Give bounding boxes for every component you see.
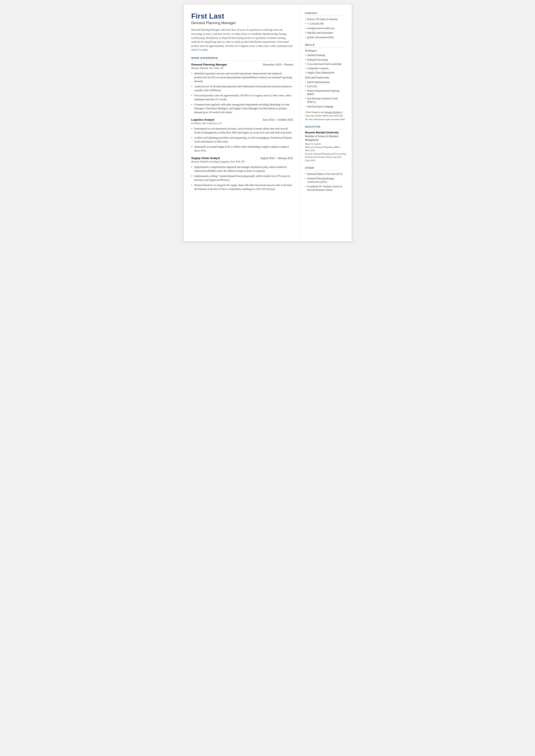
resume-page: First Last Demand Planning Manager Deman…: [183, 4, 352, 241]
resume-worded-link[interactable]: Resume Worded: [324, 111, 340, 113]
other-item-0: Demand Planner of the Year (2015): [305, 172, 347, 176]
skills-header: SKILLS: [305, 44, 347, 47]
job-company-1: Resume Worded, New York, NY: [191, 67, 293, 70]
tool-2: Material Requirements Planning (MRP): [305, 89, 347, 96]
job-dates-3: August 2010 – January 2013: [260, 157, 293, 160]
work-experience-section: WORK EXPERIENCE Demand Planning Manager …: [191, 57, 293, 191]
bullet-1-4: Communicated regularly with other manage…: [191, 102, 293, 114]
tools-list: S&OP implementation SAP APO Material Req…: [305, 80, 347, 108]
edu-block: Resume Worded University Bachelor of Sci…: [305, 131, 347, 162]
job-block-2: Logistics Analyst June 2013 – October 20…: [191, 118, 293, 153]
technique-2: Cross-functional Team Leadership: [305, 62, 347, 66]
job-header-1: Demand Planning Manager November 2015 – …: [191, 63, 293, 66]
other-header: OTHER: [305, 167, 347, 170]
job-company-3: Resume Worded's Exciting Company, New Yo…: [191, 160, 293, 163]
bullet-3-3: Planned initiatives to integrate the sup…: [191, 183, 293, 191]
bullet-1-1: Identified important concerns and execut…: [191, 71, 293, 83]
bullet-2-3: Maintained an annual budget of $1.5 mill…: [191, 145, 293, 153]
left-column: First Last Demand Planning Manager Deman…: [183, 4, 300, 241]
job-dates-1: November 2015 – Present: [263, 63, 293, 66]
job-company-2: Growthsi, San Francisco, CA: [191, 122, 293, 125]
edu-minors: Minors in Financial Planning, MBA — May …: [305, 146, 347, 152]
other-list: Demand Planner of the Year (2015) Demand…: [305, 172, 347, 192]
education-section: EDUCATION Resume Worded University Bache…: [305, 126, 347, 162]
contact-item-2: email@resumeworded.com: [305, 26, 347, 30]
bullet-2-2: Guided work planning procedures and sequ…: [191, 136, 293, 144]
bullet-3-1: Implemented a comprehensive logistical a…: [191, 165, 293, 173]
tool-4: Structured query language: [305, 105, 347, 108]
other-item-1: Demand Planning Manager Certification (2…: [305, 177, 347, 183]
job-header-2: Logistics Analyst June 2013 – October 20…: [191, 118, 293, 121]
job-dates-2: June 2013 – October 2015: [263, 118, 293, 121]
candidate-job-title: Demand Planning Manager: [191, 21, 293, 25]
candidate-name: First Last: [191, 12, 293, 20]
bullet-3-2: Implemented a rolling 7-month demand for…: [191, 174, 293, 182]
summary: Demand Planning Manager with more than 1…: [191, 28, 293, 52]
contact-item-0: Denver, OH (Open to Remote): [305, 17, 347, 21]
job-bullets-2: Participated in cross-functional activit…: [191, 127, 293, 153]
work-experience-header: WORK EXPERIENCE: [191, 57, 293, 61]
job-title-3: Supply Chain Analyst: [191, 156, 220, 160]
tool-1: SAP APO: [305, 85, 347, 88]
job-bullets-3: Implemented a comprehensive logistical a…: [191, 165, 293, 191]
edu-major: Major in Lgistics: [305, 142, 347, 146]
bullet-2-1: Participated in cross-functional activit…: [191, 127, 293, 134]
technique-4: Supply Chain Optimization: [305, 71, 347, 74]
other-item-2: Completed 10+ business courses in Harvar…: [305, 185, 347, 192]
bullet-1-2: Analyzed over 30 demand data quarterly a…: [191, 84, 293, 92]
technique-3: Competitive Analysis: [305, 67, 347, 70]
job-block-1: Demand Planning Manager November 2015 – …: [191, 63, 293, 114]
tool-0: S&OP implementation: [305, 80, 347, 84]
contact-list: Denver, OH (Open to Remote) +1-234-456-7…: [305, 17, 347, 39]
edu-school: Resume Worded University: [305, 131, 347, 134]
edu-awards: Awards: Demand Planning and Forecasting …: [305, 152, 347, 162]
technique-0: Demand Planning: [305, 53, 347, 57]
other-section: OTHER Demand Planner of the Year (2015) …: [305, 167, 347, 192]
bullet-1-3: Forecasted product sales for approximate…: [191, 94, 293, 101]
edu-degree: Bachelor of Science in Business Manageme…: [305, 134, 347, 142]
skills-note: • Don't forget to use Resume Worded to s…: [305, 110, 347, 121]
contact-section: CONTACT Denver, OH (Open to Remote) +1-2…: [305, 12, 347, 39]
techniques-label: Techniques:: [305, 49, 347, 52]
technique-1: Demand Forecasting: [305, 58, 347, 61]
job-header-3: Supply Chain Analyst August 2010 – Janua…: [191, 156, 293, 160]
tools-label: Tools and Frameworks:: [305, 76, 347, 79]
techniques-list: Demand Planning Demand Forecasting Cross…: [305, 53, 347, 74]
tool-3: Fast-Moving Consumer Goods (FMCG): [305, 97, 347, 104]
education-header: EDUCATION: [305, 126, 347, 129]
contact-header: CONTACT: [305, 12, 347, 16]
header-section: First Last Demand Planning Manager Deman…: [191, 12, 293, 52]
skills-section: SKILLS Techniques: Demand Planning Deman…: [305, 44, 347, 121]
contact-item-3: linkedin.com/in/username: [305, 31, 347, 35]
job-bullets-1: Identified important concerns and execut…: [191, 71, 293, 114]
job-title-2: Logistics Analyst: [191, 118, 214, 121]
job-block-3: Supply Chain Analyst August 2010 – Janua…: [191, 156, 293, 191]
job-title-1: Demand Planning Manager: [191, 63, 227, 66]
contact-item-4: github.com/resumeworded: [305, 36, 347, 39]
contact-item-1: +1-234-456-789: [305, 22, 347, 25]
right-column: CONTACT Denver, OH (Open to Remote) +1-2…: [300, 4, 352, 241]
